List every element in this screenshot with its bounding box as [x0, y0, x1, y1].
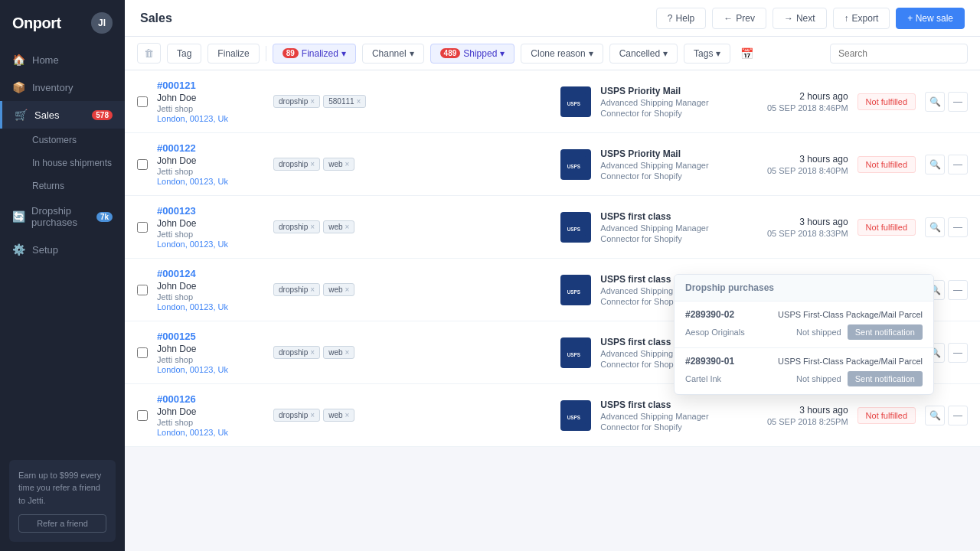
sidebar-item-customers[interactable]: Customers: [0, 129, 125, 152]
next-button[interactable]: → Next: [773, 8, 827, 29]
search-icon: 🔍: [929, 222, 941, 233]
tag-remove-icon[interactable]: ×: [345, 411, 350, 419]
dropship-icon: 🔄: [12, 210, 25, 223]
row-search-button[interactable]: 🔍: [925, 92, 945, 112]
order-number-link[interactable]: #000121: [157, 80, 196, 91]
calendar-icon[interactable]: 📅: [737, 44, 757, 64]
row-search-button[interactable]: 🔍: [925, 217, 945, 237]
sidebar-item-inhouse-shipments[interactable]: In house shipments: [0, 152, 125, 174]
sidebar-item-home[interactable]: 🏠 Home: [0, 46, 125, 73]
export-button[interactable]: ↑ Export: [833, 8, 890, 29]
fulfillment-status-button[interactable]: Not fulfilled: [858, 219, 916, 236]
row-checkbox[interactable]: [137, 159, 148, 170]
refer-friend-button[interactable]: Refer a friend: [18, 514, 106, 533]
tags-filter[interactable]: Tags ▾: [684, 44, 730, 64]
tag-pill: web ×: [323, 409, 354, 422]
row-actions: 🔍 —: [925, 155, 968, 174]
fulfillment-status-button[interactable]: Not fulfilled: [858, 407, 916, 424]
shop-name: Jetti shop: [157, 167, 264, 176]
tag-remove-icon[interactable]: ×: [310, 285, 315, 294]
tag-label: web: [328, 160, 342, 168]
sidebar-item-sales[interactable]: 🛒 Sales 578: [0, 101, 125, 129]
row-search-button[interactable]: 🔍: [925, 406, 945, 425]
tag-remove-icon[interactable]: ×: [345, 348, 350, 357]
sidebar-item-inventory[interactable]: 📦 Inventory: [0, 73, 125, 101]
order-number-link[interactable]: #000126: [157, 393, 196, 405]
svg-text:USPS: USPS: [567, 226, 580, 231]
help-button[interactable]: ? Help: [656, 8, 706, 29]
finalize-button[interactable]: Finalize: [207, 44, 259, 64]
tag-pill: web ×: [323, 346, 354, 359]
customer-name: John Doe: [157, 406, 264, 417]
time-ago: 3 hours ago: [756, 405, 848, 416]
fulfillment-status-button[interactable]: Not fulfilled: [858, 156, 916, 173]
tags-area: dropship × web ×: [273, 409, 396, 422]
row-search-button[interactable]: 🔍: [925, 155, 945, 174]
home-icon: 🏠: [12, 54, 26, 66]
row-more-button[interactable]: —: [948, 406, 968, 425]
popup-header: Dropship purchases: [675, 275, 933, 302]
sidebar-item-returns[interactable]: Returns: [0, 174, 125, 197]
tag-remove-icon[interactable]: ×: [345, 223, 350, 231]
shipping-sub2: Connector for Shopify: [600, 171, 746, 181]
tag-remove-icon[interactable]: ×: [310, 97, 315, 106]
row-checkbox[interactable]: [137, 347, 148, 358]
tag-remove-icon[interactable]: ×: [310, 160, 315, 168]
tag-remove-icon[interactable]: ×: [310, 348, 315, 357]
cancelled-filter[interactable]: Cancelled ▾: [609, 44, 678, 64]
shipping-logo: USPS: [560, 86, 591, 117]
row-checkbox[interactable]: [137, 410, 148, 421]
row-more-button[interactable]: —: [948, 92, 968, 112]
sidebar-nav: 🏠 Home 📦 Inventory 🛒 Sales 578 Customers…: [0, 46, 125, 451]
shipping-logo: USPS: [560, 400, 591, 431]
search-input[interactable]: [830, 44, 968, 64]
tag-label: dropship: [279, 285, 308, 294]
setup-icon: ⚙️: [12, 243, 26, 256]
tag-label: dropship: [279, 348, 308, 357]
trash-button[interactable]: 🗑: [137, 43, 161, 64]
shipping-name: USPS first class: [600, 211, 746, 222]
tags-label: Tags: [694, 48, 713, 59]
row-checkbox[interactable]: [137, 222, 148, 233]
customers-label: Customers: [32, 135, 77, 145]
time-info: 3 hours ago 05 SEP 2018 8:40PM: [756, 154, 848, 175]
returns-label: Returns: [32, 181, 64, 191]
tag-label: web: [328, 411, 342, 419]
shipped-chevron-icon: ▾: [500, 48, 505, 59]
order-number-link[interactable]: #000122: [157, 142, 196, 154]
tag-pill: dropship ×: [273, 346, 320, 359]
sent-notification-button[interactable]: Sent notification: [848, 371, 923, 386]
tags-area: dropship × 580111 ×: [273, 95, 396, 108]
shipping-sub2: Connector for Shopify: [600, 234, 746, 243]
row-more-button[interactable]: —: [948, 343, 968, 363]
channel-filter[interactable]: Channel ▾: [362, 44, 424, 64]
shipped-filter[interactable]: 489 Shipped ▾: [430, 44, 515, 64]
popup-order-num: #289390-02: [685, 309, 734, 320]
avatar[interactable]: JI: [91, 12, 113, 34]
tag-remove-icon[interactable]: ×: [345, 285, 350, 294]
new-sale-button[interactable]: + New sale: [896, 8, 965, 29]
fulfillment-status-button[interactable]: Not fulfilled: [858, 93, 916, 110]
order-number-link[interactable]: #000123: [157, 205, 196, 217]
clone-reason-filter[interactable]: Clone reason ▾: [521, 44, 603, 64]
tag-filter-button[interactable]: Tag: [167, 44, 201, 64]
tag-pill: dropship ×: [273, 283, 320, 296]
order-number-link[interactable]: #000124: [157, 268, 196, 279]
tag-remove-icon[interactable]: ×: [357, 97, 361, 106]
row-checkbox[interactable]: [137, 96, 148, 107]
sidebar-item-setup[interactable]: ⚙️ Setup: [0, 236, 125, 263]
row-checkbox[interactable]: [137, 285, 148, 295]
order-number-link[interactable]: #000125: [157, 331, 196, 342]
page-title: Sales: [140, 11, 172, 25]
tag-remove-icon[interactable]: ×: [310, 223, 315, 231]
row-more-button[interactable]: —: [948, 217, 968, 237]
tag-remove-icon[interactable]: ×: [310, 411, 315, 419]
sidebar-item-dropship-purchases[interactable]: 🔄 Dropship purchases 7k: [0, 197, 125, 236]
tag-pill: 580111 ×: [323, 95, 366, 108]
tag-remove-icon[interactable]: ×: [345, 160, 350, 168]
finalized-filter[interactable]: 89 Finalized ▾: [273, 44, 356, 64]
row-more-button[interactable]: —: [948, 280, 968, 300]
row-more-button[interactable]: —: [948, 155, 968, 174]
sent-notification-button[interactable]: Sent notification: [848, 324, 923, 340]
prev-button[interactable]: ← Prev: [712, 8, 766, 29]
